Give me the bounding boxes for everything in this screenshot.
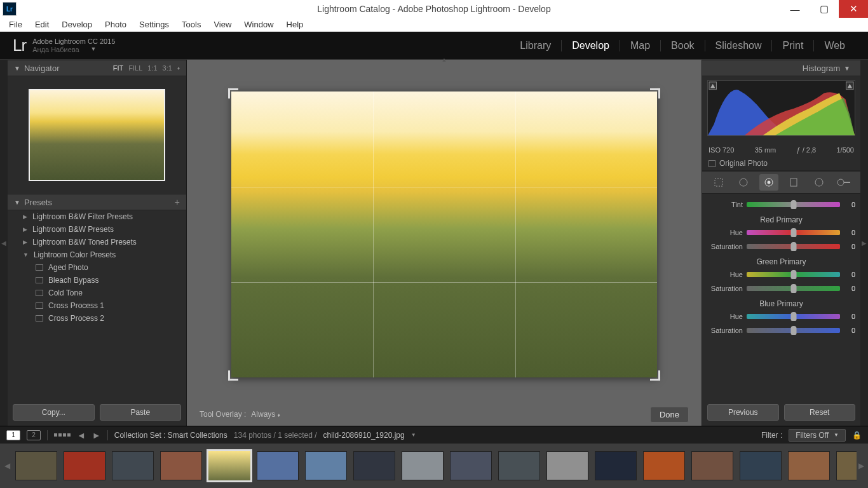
original-photo-checkbox[interactable] <box>709 160 715 167</box>
filmstrip-thumb[interactable] <box>402 451 444 480</box>
menu-view[interactable]: View <box>208 18 236 30</box>
menu-tools[interactable]: Tools <box>177 18 206 30</box>
filmstrip-thumb[interactable] <box>595 451 637 480</box>
module-library[interactable]: Library <box>510 40 562 51</box>
filmstrip-thumb[interactable] <box>691 451 733 480</box>
filmstrip-thumb[interactable] <box>64 451 105 480</box>
filmstrip-thumb[interactable] <box>498 451 540 480</box>
crop-handle-br[interactable] <box>649 369 660 381</box>
menu-help[interactable]: Help <box>281 18 309 30</box>
gradient-tool-icon[interactable] <box>784 174 803 191</box>
crop-handle-bl[interactable] <box>228 369 240 381</box>
copy-button[interactable]: Copy... <box>13 404 95 421</box>
zoom-more-icon[interactable]: ♦ <box>177 65 180 71</box>
preset-item[interactable]: Bleach Bypass <box>8 274 186 287</box>
preset-item[interactable]: Cold Tone <box>8 287 186 299</box>
preset-item[interactable]: Cross Process 2 <box>8 312 186 325</box>
filmstrip-thumb[interactable] <box>740 451 782 480</box>
original-photo-row[interactable]: Original Photo <box>702 156 860 171</box>
filmstrip-thumb[interactable] <box>112 451 154 480</box>
module-slideshow[interactable]: Slideshow <box>705 40 773 51</box>
zoom-1-1[interactable]: 1:1 <box>147 64 157 72</box>
histogram-header[interactable]: Histogram ▼ <box>702 60 860 76</box>
close-button[interactable]: ✕ <box>839 0 868 18</box>
redeye-tool-icon[interactable] <box>759 174 778 191</box>
left-panel-collapse[interactable]: ◀ <box>0 60 8 426</box>
add-preset-icon[interactable]: + <box>175 197 180 207</box>
filmstrip-thumb[interactable] <box>353 451 395 480</box>
preset-folder[interactable]: ▶Lightroom B&W Presets <box>8 223 186 236</box>
top-panel-collapse[interactable]: ▲ <box>442 57 447 63</box>
green-sat-slider[interactable]: Saturation 0 <box>707 281 855 295</box>
spot-tool-icon[interactable] <box>734 174 753 191</box>
preset-folder[interactable]: ▶Lightroom B&W Toned Presets <box>8 236 186 248</box>
photo-canvas[interactable] <box>231 92 657 377</box>
secondary-monitor-icon[interactable]: 2 <box>27 430 41 440</box>
tint-slider[interactable]: Tint 0 <box>707 198 855 212</box>
preset-folder[interactable]: ▶Lightroom B&W Filter Presets <box>8 210 186 223</box>
navigator-preview[interactable] <box>8 76 186 194</box>
identity-dropdown-icon[interactable]: ▼ <box>91 46 97 53</box>
presets-header[interactable]: ▼ Presets + <box>8 194 186 210</box>
minimize-button[interactable]: — <box>780 0 810 18</box>
menu-settings[interactable]: Settings <box>134 18 174 30</box>
blue-sat-slider[interactable]: Saturation 0 <box>707 323 855 337</box>
crop-tool-icon[interactable] <box>709 174 728 191</box>
nav-fwd-icon[interactable]: ► <box>92 430 101 440</box>
green-hue-slider[interactable]: Hue 0 <box>707 268 855 281</box>
blue-hue-slider[interactable]: Hue 0 <box>707 309 855 323</box>
module-book[interactable]: Book <box>661 40 705 51</box>
filmstrip-thumb[interactable] <box>208 451 250 480</box>
paste-button[interactable]: Paste <box>100 404 182 421</box>
filmstrip-thumb[interactable] <box>305 451 347 480</box>
filmstrip-thumb[interactable] <box>160 451 202 480</box>
navigator-header[interactable]: ▼ Navigator FITFILL1:13:1♦ <box>8 60 186 76</box>
crop-handle-tr[interactable] <box>649 88 660 100</box>
filmstrip-thumb[interactable] <box>643 451 685 480</box>
module-web[interactable]: Web <box>814 40 855 51</box>
module-develop[interactable]: Develop <box>562 40 620 51</box>
red-hue-slider[interactable]: Hue 0 <box>707 226 855 240</box>
zoom-3-1[interactable]: 3:1 <box>163 64 172 72</box>
right-panel-collapse[interactable]: ▶ <box>860 60 868 426</box>
previous-button[interactable]: Previous <box>707 404 779 421</box>
preset-item[interactable]: Aged Photo <box>8 261 186 274</box>
window-titlebar: Lr Lightroom Catalog - Adobe Photoshop L… <box>0 0 868 18</box>
filmstrip-thumb[interactable] <box>546 451 588 480</box>
preset-item[interactable]: Cross Process 1 <box>8 299 186 312</box>
filmstrip-thumb[interactable] <box>15 451 57 480</box>
filmstrip-right-arrow[interactable]: ▶ <box>857 461 865 470</box>
crop-handle-tl[interactable] <box>228 88 240 100</box>
filmstrip-thumb[interactable] <box>836 451 857 480</box>
histogram[interactable] <box>702 76 860 144</box>
radial-tool-icon[interactable] <box>810 174 829 191</box>
menu-window[interactable]: Window <box>239 18 278 30</box>
menu-develop[interactable]: Develop <box>57 18 97 30</box>
menu-photo[interactable]: Photo <box>100 18 132 30</box>
filmstrip-thumb[interactable] <box>788 451 830 480</box>
zoom-fit[interactable]: FIT <box>113 64 124 72</box>
done-button[interactable]: Done <box>650 407 689 423</box>
nav-back-icon[interactable]: ◄ <box>77 430 86 440</box>
filename-dropdown-icon[interactable]: ▼ <box>411 432 416 438</box>
filter-lock-icon[interactable]: 🔒 <box>852 431 862 440</box>
reset-button[interactable]: Reset <box>784 404 856 421</box>
brush-tool-icon[interactable] <box>834 174 853 191</box>
filter-dropdown[interactable]: Filters Off▼ <box>789 429 846 442</box>
menu-edit[interactable]: Edit <box>30 18 54 30</box>
current-filename[interactable]: child-2086910_1920.jpg <box>323 431 405 440</box>
filmstrip-thumb[interactable] <box>450 451 492 480</box>
grid-view-icon[interactable] <box>54 433 71 437</box>
module-map[interactable]: Map <box>620 40 661 51</box>
filmstrip-left-arrow[interactable]: ◀ <box>3 461 11 470</box>
preset-folder[interactable]: ▼Lightroom Color Presets <box>8 248 186 261</box>
red-sat-slider[interactable]: Saturation 0 <box>707 240 855 254</box>
filmstrip-thumb[interactable] <box>257 451 299 480</box>
collection-path[interactable]: Collection Set : Smart Collections <box>114 431 227 440</box>
module-print[interactable]: Print <box>772 40 814 51</box>
tool-overlay-dropdown[interactable]: Always ♦ <box>251 410 280 419</box>
menu-file[interactable]: File <box>4 18 27 30</box>
primary-monitor-icon[interactable]: 1 <box>6 430 20 440</box>
maximize-button[interactable]: ▢ <box>810 0 839 18</box>
zoom-fill[interactable]: FILL <box>128 64 142 72</box>
